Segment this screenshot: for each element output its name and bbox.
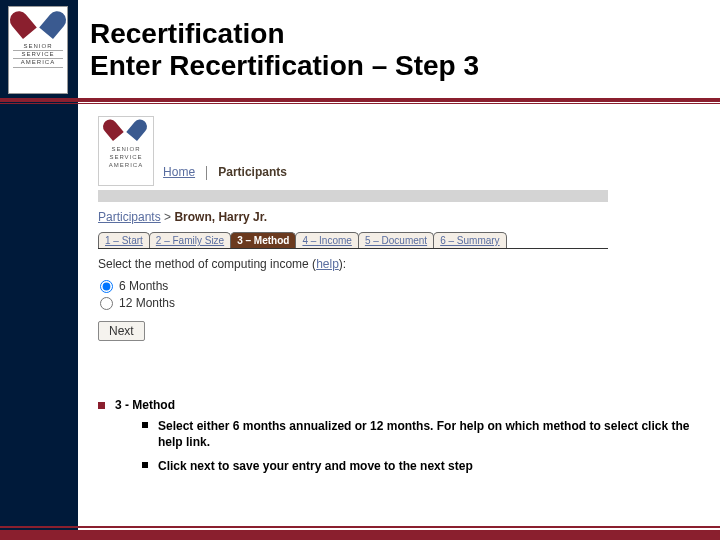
radio-6-months[interactable] [100, 280, 113, 293]
divider [0, 98, 720, 102]
nav-home[interactable]: Home [163, 165, 195, 179]
tab-method[interactable]: 3 – Method [230, 232, 296, 248]
next-button[interactable]: Next [98, 321, 145, 341]
notes-section: 3 - Method Select either 6 months annual… [98, 398, 700, 483]
nav-separator [206, 166, 207, 180]
gray-banner [98, 190, 608, 202]
bullet-icon [98, 402, 105, 409]
note-item: Click next to save your entry and move t… [158, 458, 700, 474]
instruction-text: Select the method of computing income (h… [98, 257, 608, 271]
app-logo: SENIOR SERVICE AMERICA [98, 116, 154, 186]
note-item: Select either 6 months annualized or 12 … [158, 418, 700, 450]
heart-icon [112, 121, 140, 143]
radio-6-months-label: 6 Months [119, 279, 168, 293]
breadcrumb: Participants > Brown, Harry Jr. [98, 210, 608, 224]
notes-heading: 3 - Method [115, 398, 175, 412]
logo-line: SENIOR [13, 43, 63, 51]
bullet-icon [142, 422, 148, 428]
bullet-icon [142, 462, 148, 468]
title-line-1: Recertification [90, 18, 710, 50]
slide-header: Recertification Enter Recertification – … [90, 18, 710, 82]
crumb-name: Brown, Harry Jr. [174, 210, 267, 224]
wizard-tabs: 1 – Start 2 – Family Size 3 – Method 4 –… [98, 232, 608, 249]
heart-icon [21, 13, 55, 41]
title-line-2: Enter Recertification – Step 3 [90, 50, 710, 82]
app-screenshot: SENIOR SERVICE AMERICA Home Participants… [98, 116, 608, 341]
crumb-root[interactable]: Participants [98, 210, 161, 224]
tab-summary[interactable]: 6 – Summary [433, 232, 506, 248]
logo-line: AMERICA [13, 59, 63, 67]
top-nav: Home Participants [163, 165, 287, 186]
logo-main: SENIOR SERVICE AMERICA [8, 6, 68, 94]
tab-family-size[interactable]: 2 – Family Size [149, 232, 231, 248]
nav-participants[interactable]: Participants [218, 165, 287, 179]
help-link[interactable]: help [316, 257, 339, 271]
tab-document[interactable]: 5 – Document [358, 232, 434, 248]
radio-6-months-row[interactable]: 6 Months [100, 279, 608, 293]
tab-income[interactable]: 4 – Income [295, 232, 358, 248]
logo-line: SERVICE [13, 51, 63, 59]
footer-line [0, 526, 720, 528]
radio-12-months-label: 12 Months [119, 296, 175, 310]
radio-12-months-row[interactable]: 12 Months [100, 296, 608, 310]
footer-bar [0, 530, 720, 540]
divider-thin [0, 103, 720, 104]
tab-start[interactable]: 1 – Start [98, 232, 150, 248]
radio-12-months[interactable] [100, 297, 113, 310]
